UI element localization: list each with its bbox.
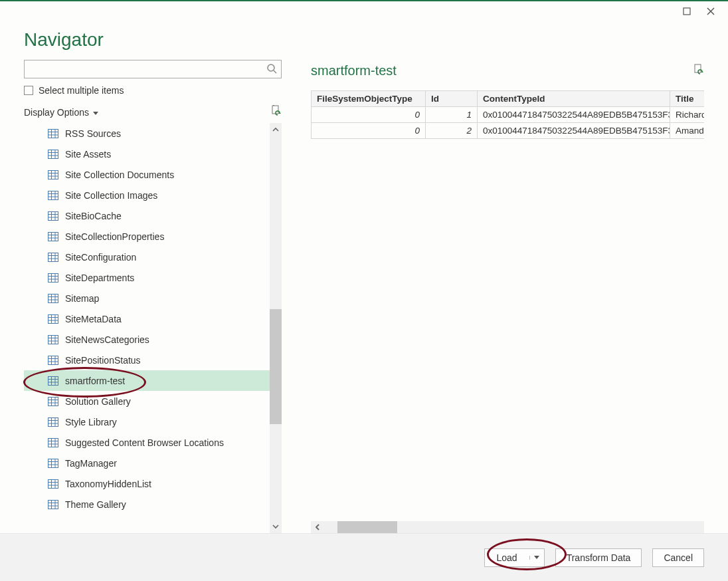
tree: RSS SourcesSite AssetsSite Collection Do… bbox=[24, 123, 270, 533]
tree-item-label: smartform-test bbox=[65, 376, 125, 386]
search-input[interactable] bbox=[30, 63, 266, 75]
scroll-up-icon[interactable] bbox=[270, 123, 282, 136]
preview-table: FileSystemObjectType Id ContentTypeId Ti… bbox=[311, 90, 704, 139]
load-dropdown[interactable] bbox=[529, 556, 544, 560]
tree-item-label: Suggested Content Browser Locations bbox=[65, 437, 224, 448]
close-button[interactable] bbox=[699, 2, 723, 21]
tree-item-label: SitePositionStatus bbox=[65, 355, 141, 366]
col-header[interactable]: FileSystemObjectType bbox=[312, 91, 426, 107]
tree-item[interactable]: Site Collection Images bbox=[24, 185, 270, 205]
tree-item[interactable]: SiteDepartments bbox=[24, 267, 270, 288]
tree-item[interactable]: Site Collection Documents bbox=[24, 164, 270, 185]
table-icon bbox=[48, 294, 58, 303]
tree-item[interactable]: Style Library bbox=[24, 411, 270, 432]
table-icon bbox=[48, 356, 58, 365]
tree-item[interactable]: RSS Sources bbox=[24, 123, 270, 144]
search-icon bbox=[266, 63, 277, 76]
table-icon bbox=[48, 438, 58, 447]
table-row[interactable]: 020x010044718475032254​4A89EDB5B475153F3… bbox=[312, 123, 705, 139]
svg-point-3 bbox=[268, 64, 274, 71]
svg-rect-23 bbox=[48, 191, 58, 199]
cell: Richard bbox=[670, 107, 705, 123]
table-row[interactable]: 010x010044718475032254​4A89EDB5B475153F3… bbox=[312, 107, 705, 123]
svg-marker-5 bbox=[93, 112, 98, 115]
svg-rect-48 bbox=[48, 294, 58, 302]
tree-item[interactable]: Solution Gallery bbox=[24, 391, 270, 411]
table-icon bbox=[48, 335, 58, 344]
tree-item[interactable]: SiteConfiguration bbox=[24, 247, 270, 267]
vertical-scrollbar[interactable] bbox=[270, 123, 282, 533]
preview-pane: smartform-test FileSystemObjectType bbox=[282, 56, 704, 533]
tree-item-label: TagManager bbox=[65, 458, 117, 469]
cell: 0 bbox=[312, 107, 426, 123]
transform-data-button[interactable]: Transform Data bbox=[555, 548, 642, 567]
titlebar bbox=[0, 1, 728, 21]
table-icon bbox=[48, 459, 58, 468]
svg-marker-105 bbox=[534, 556, 539, 559]
transform-label: Transform Data bbox=[567, 552, 631, 563]
svg-rect-8 bbox=[48, 129, 58, 138]
svg-rect-53 bbox=[48, 314, 58, 323]
scroll-thumb[interactable] bbox=[337, 521, 397, 533]
tree-item[interactable]: SiteNewsCategories bbox=[24, 329, 270, 350]
display-options-dropdown[interactable]: Display Options bbox=[24, 107, 98, 118]
col-header[interactable]: ContentTypeId bbox=[478, 91, 670, 107]
svg-rect-33 bbox=[48, 232, 58, 241]
select-multiple-checkbox[interactable] bbox=[24, 86, 33, 95]
tree-item[interactable]: smartform-test bbox=[24, 370, 270, 391]
tree-item[interactable]: SiteCollectionProperties bbox=[24, 226, 270, 247]
tree-item[interactable]: Theme Gallery bbox=[24, 494, 270, 515]
scroll-thumb[interactable] bbox=[270, 309, 282, 424]
tree-item[interactable]: SiteBioCache bbox=[24, 205, 270, 226]
tree-item[interactable]: TaxonomyHiddenList bbox=[24, 473, 270, 494]
table-icon bbox=[48, 417, 58, 427]
tree-item[interactable]: SitePositionStatus bbox=[24, 350, 270, 370]
cell: 1 bbox=[426, 107, 478, 123]
tree-item[interactable]: SiteMetaData bbox=[24, 308, 270, 329]
tree-item-label: Theme Gallery bbox=[65, 499, 126, 510]
table-icon bbox=[48, 232, 58, 241]
tree-item-label: Site Collection Documents bbox=[65, 170, 174, 180]
page-title: Navigator bbox=[24, 29, 704, 51]
select-multiple-row[interactable]: Select multiple items bbox=[24, 85, 282, 96]
tree-item-label: SiteDepartments bbox=[65, 273, 134, 283]
svg-rect-43 bbox=[48, 273, 58, 282]
select-multiple-label: Select multiple items bbox=[39, 85, 124, 96]
scroll-left-icon[interactable] bbox=[311, 521, 324, 533]
svg-rect-73 bbox=[48, 397, 58, 406]
svg-line-4 bbox=[274, 70, 276, 73]
svg-rect-38 bbox=[48, 253, 58, 261]
tree-item-label: SiteCollectionProperties bbox=[65, 231, 164, 242]
table-icon bbox=[48, 150, 58, 159]
horizontal-scrollbar[interactable] bbox=[311, 521, 704, 533]
table-icon bbox=[48, 500, 58, 509]
col-header[interactable]: Title bbox=[670, 91, 705, 107]
table-icon bbox=[48, 129, 58, 138]
refresh-preview-icon[interactable] bbox=[693, 64, 704, 78]
col-header[interactable]: Id bbox=[426, 91, 478, 107]
tree-item-label: Sitemap bbox=[65, 293, 99, 304]
tree-item-label: TaxonomyHiddenList bbox=[65, 479, 151, 489]
tree-item-label: SiteMetaData bbox=[65, 314, 122, 324]
tree-item[interactable]: TagManager bbox=[24, 453, 270, 473]
footer: Load Transform Data Cancel bbox=[0, 533, 728, 581]
cell: 0x010044718475032254​4A89EDB5B475153F3 bbox=[478, 107, 670, 123]
table-header-row: FileSystemObjectType Id ContentTypeId Ti… bbox=[312, 91, 705, 107]
scroll-down-icon[interactable] bbox=[270, 520, 282, 533]
tree-item-label: SiteBioCache bbox=[65, 211, 122, 221]
tree-item[interactable]: Site Assets bbox=[24, 144, 270, 164]
table-icon bbox=[48, 211, 58, 221]
cell: 0 bbox=[312, 123, 426, 139]
svg-rect-88 bbox=[48, 459, 58, 467]
table-icon bbox=[48, 314, 58, 324]
search-box[interactable] bbox=[24, 60, 282, 78]
chevron-down-icon bbox=[93, 107, 98, 118]
tree-item[interactable]: Sitemap bbox=[24, 288, 270, 308]
refresh-icon[interactable] bbox=[271, 105, 282, 119]
maximize-button[interactable] bbox=[675, 2, 699, 21]
table-icon bbox=[48, 170, 58, 179]
tree-item-label: SiteConfiguration bbox=[65, 252, 136, 263]
load-button[interactable]: Load bbox=[484, 548, 545, 567]
cancel-button[interactable]: Cancel bbox=[652, 548, 704, 567]
tree-item[interactable]: Suggested Content Browser Locations bbox=[24, 432, 270, 453]
